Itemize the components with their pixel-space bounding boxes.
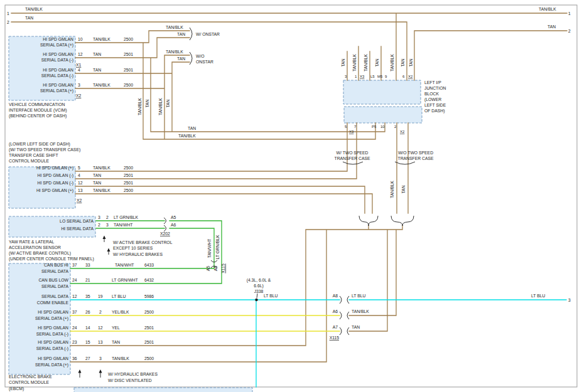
ebcm-label: 24 (72, 278, 77, 282)
ebcm-label: 2501 (144, 340, 154, 344)
ebcm-label: LT BLU (112, 294, 126, 299)
vcim-label: INTERFACE MODULE (VCIM) (9, 108, 67, 113)
ebcm-label: SERIAL DATA (-) (36, 346, 68, 351)
transfer_case-label: 4 (78, 173, 80, 177)
edge_markers-label: 1 (7, 11, 9, 16)
ebcm-label: TAN/WHT (115, 263, 134, 267)
ebcm-label: CONTROL MODULE (9, 380, 49, 384)
transfer_case-label: TAN/BLK (93, 188, 110, 193)
ebcm-label: 19 (98, 294, 103, 299)
yaw_sensor-label: HI SERIAL DATA (61, 226, 94, 231)
ebcm-label: HI SPD GMLAN (38, 356, 68, 361)
green_link-label: TAN/WHT (207, 239, 212, 258)
transfer_case-label: 12 (78, 181, 83, 185)
x115_inline-label: A8 (333, 294, 338, 298)
vcim_verticals-label: TAN (188, 126, 196, 130)
vcim-label: 2501 (124, 52, 133, 56)
junction_block-label: X2 (408, 75, 413, 78)
vcim-label: TAN (93, 68, 101, 72)
yaw_sensor-label: 2 (98, 223, 100, 227)
transfer_case-label: TRANSFER CASE SHIFT (9, 153, 58, 157)
vcim-label: TAN (93, 52, 101, 56)
onstar_branch-label: W/ ONSTAR (196, 32, 220, 36)
junction_block-label: P5 (372, 125, 377, 129)
clipped-bottom-box (74, 388, 252, 392)
vcim-label: 4 (78, 68, 80, 72)
ebcm-label: CAN BUS HI (44, 263, 68, 267)
ebcm-label: 35 (85, 294, 90, 299)
ebcm-label: SERIAL DATA (41, 294, 68, 299)
yaw_sensor-label: 3 (106, 223, 109, 227)
ebcm-label: 6432 (144, 278, 154, 282)
onstar_branch-label: TAN (177, 32, 185, 36)
two_speed-label: TRANSFER CASE (397, 156, 433, 161)
ebcm-label: HI SPD GMLAN (38, 310, 68, 314)
transfer_case-label: (W/ TWO SPEED TRANSFER CASE) (9, 147, 80, 152)
j338-label: J338 (254, 289, 264, 294)
wiring-diagram-page: 12TAN/BLKTANTAN/BLK1TAN2LT BLU3TAN/BLKTA… (0, 0, 582, 392)
transfer_case-label: HI SPD GMLAN (+) (36, 188, 73, 193)
onstar_branch-label: TAN/BLK (166, 50, 183, 54)
vcim-label: HI SPD GMLAN (43, 52, 73, 56)
yaw_sensor-label: ACCELERATION SENSOR (9, 245, 61, 250)
junction_block-label: LEFT I/P (424, 80, 441, 85)
ebcm-label: 27 (85, 356, 90, 361)
ebcm-label: 36 (72, 356, 77, 361)
vcim_verticals-label: TAN/BLK (158, 98, 163, 115)
junction_block-label: TAN/BLK (364, 54, 368, 72)
green_link-label: A6 (213, 266, 218, 272)
transfer_case-label: HI SPD GMLAN (-) (38, 173, 73, 178)
vcim-label: VEHICLE COMMUNICATION (9, 102, 65, 107)
junction_block-label: OF DASH) (424, 109, 445, 114)
edge_markers-label: LT BLU (531, 294, 546, 298)
j338-label: LT BLU (264, 294, 278, 298)
ebcm-label: HI SPD GMLAN (38, 340, 68, 344)
diagram-frame (5, 5, 577, 387)
ebcm-label: 14 (85, 326, 90, 330)
ebcm-label: (EBCM) (9, 386, 24, 391)
ebcm-label: SERIAL DATA (+) (35, 363, 68, 368)
junction_block-label: X3 (349, 130, 354, 134)
vcim-label: X1 (76, 63, 82, 67)
vcim-label: (BEHIND CENTER OF DASH) (9, 114, 67, 119)
vcim-label: SERIAL DATA (-) (41, 58, 73, 63)
ebcm-label: 15 (85, 340, 90, 344)
ebcm-label: SERIAL DATA (41, 284, 68, 289)
ebcm-label: CAN BUS LOW (38, 278, 68, 282)
vcim-label: SERIAL DATA (+) (40, 43, 73, 48)
yaw_sensor-label: W/ ACTIVE BRAKE CONTROL (113, 240, 173, 245)
edge_markers-label: TAN (547, 24, 556, 29)
junction-block-upper-box (343, 80, 421, 104)
ebcm-label: W/ HYDRAULIC BRAKES (108, 372, 158, 376)
junction_block-label: 1 (355, 75, 357, 78)
yaw_sensor-label: EXCEPT 10 SERIES (113, 246, 153, 250)
ebcm-label: 26 (85, 310, 90, 314)
j338-label: (4.3L, 6.0L & (247, 278, 271, 283)
junction_block-label: TAN (401, 58, 405, 66)
vcim-label: X2 (76, 93, 82, 98)
onstar_branch-label: ONSTAR (196, 60, 213, 64)
ebcm-label: YEL (112, 326, 120, 330)
ebcm-label: ELECTRONIC BRAKE (9, 374, 52, 379)
ebcm-label: 37 (72, 263, 77, 267)
vcim_verticals-label: TAN/BLK (137, 98, 142, 115)
x115_inline-label: LT BLU (352, 294, 366, 298)
junction_block-label: X2 (400, 130, 405, 134)
vcim-label: HI SPD GMLAN (43, 83, 73, 87)
labels-layer: 12TAN/BLKTANTAN/BLK1TAN2LT BLU3TAN/BLKTA… (7, 7, 571, 391)
ebcm-label: 3 (99, 356, 102, 361)
x115_inline-label: A6 (333, 309, 338, 314)
vcim_verticals-label: TAN (166, 99, 170, 107)
yaw_sensor-label: X202 (160, 231, 170, 236)
junction_block-label: 10 (380, 125, 385, 129)
junction_block-label: X3 (360, 75, 365, 78)
ebcm-label: 12 (98, 326, 103, 330)
ebcm-label: 13 (98, 340, 103, 344)
ebcm-label: 33 (85, 263, 90, 267)
two_speed-label: W/ TWO SPEED (337, 151, 369, 155)
transfer_case-label: X2 (77, 198, 82, 203)
ebcm-label: 12 (72, 294, 77, 299)
junction_block-label: TAN/BLK (352, 54, 357, 72)
vcim-label: TAN/BLK (93, 83, 110, 87)
transfer_case-label: TAN/BLK (93, 166, 110, 170)
